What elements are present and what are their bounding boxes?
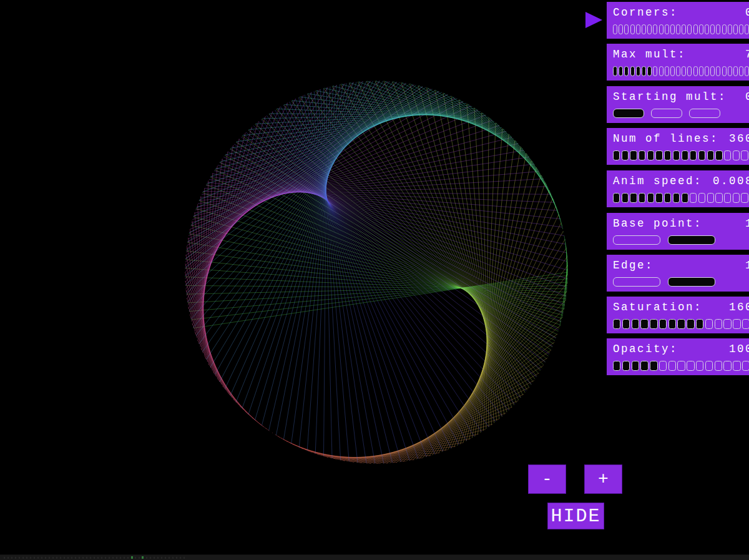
saturation-cell-4[interactable] <box>650 319 657 329</box>
anim-speed-cell-8[interactable] <box>682 193 688 203</box>
anim-speed-cell-1[interactable] <box>622 193 629 203</box>
saturation-cell-2[interactable] <box>632 319 639 329</box>
saturation-cell-11[interactable] <box>715 319 722 329</box>
saturation-cell-14[interactable] <box>742 319 749 329</box>
max-mult-cell-4[interactable] <box>636 66 640 76</box>
max-mult-cell-20[interactable] <box>728 66 732 76</box>
saturation-cell-6[interactable] <box>668 319 676 329</box>
max-mult-cell-18[interactable] <box>716 66 720 76</box>
opacity-cell-1[interactable] <box>622 361 630 371</box>
num-lines-cell-9[interactable] <box>690 150 697 160</box>
max-mult-cell-17[interactable] <box>710 66 715 76</box>
hide-button[interactable]: HIDE <box>547 503 604 529</box>
num-lines-cell-2[interactable] <box>630 150 637 160</box>
decrement-button[interactable]: - <box>528 464 566 494</box>
max-mult-cell-3[interactable] <box>630 66 635 76</box>
corners-cell-18[interactable] <box>716 24 720 34</box>
anim-speed-cell-4[interactable] <box>647 193 654 203</box>
num-lines-cell-6[interactable] <box>664 150 671 160</box>
corners-cell-16[interactable] <box>705 24 709 34</box>
max-mult-cell-9[interactable] <box>665 66 669 76</box>
corners-cell-8[interactable] <box>659 24 663 34</box>
corners-cell-21[interactable] <box>733 24 738 34</box>
num-lines-cell-11[interactable] <box>707 150 714 160</box>
corners-cell-13[interactable] <box>687 24 692 34</box>
max-mult-cell-13[interactable] <box>687 66 692 76</box>
corners-cell-6[interactable] <box>647 24 652 34</box>
max-mult-cell-10[interactable] <box>670 66 675 76</box>
anim-speed-cell-7[interactable] <box>673 193 680 203</box>
anim-speed-cell-3[interactable] <box>639 193 645 203</box>
max-mult-cell-19[interactable] <box>722 66 727 76</box>
anim-speed-cell-0[interactable] <box>613 193 620 203</box>
saturation-cell-1[interactable] <box>622 319 630 329</box>
corners-cell-9[interactable] <box>665 24 669 34</box>
base-point-cell-0[interactable] <box>613 235 660 245</box>
anim-speed-cell-15[interactable] <box>741 193 748 203</box>
num-lines-cell-10[interactable] <box>698 150 705 160</box>
edge-cell-1[interactable] <box>668 277 715 287</box>
opacity-cell-10[interactable] <box>705 361 713 371</box>
opacity-cell-5[interactable] <box>659 361 667 371</box>
opacity-cell-12[interactable] <box>723 361 731 371</box>
saturation-cell-10[interactable] <box>705 319 713 329</box>
max-mult-cell-0[interactable] <box>613 66 617 76</box>
corners-cell-23[interactable] <box>745 24 749 34</box>
opacity-cell-7[interactable] <box>677 361 685 371</box>
num-lines-cell-7[interactable] <box>673 150 680 160</box>
base-point-cell-1[interactable] <box>668 235 715 245</box>
starting-mult-cell-2[interactable] <box>689 109 720 118</box>
anim-speed-cell-6[interactable] <box>664 193 671 203</box>
opacity-cell-4[interactable] <box>650 361 657 371</box>
max-mult-cell-1[interactable] <box>619 66 623 76</box>
corners-cell-20[interactable] <box>728 24 732 34</box>
max-mult-cell-21[interactable] <box>733 66 738 76</box>
edge-cell-0[interactable] <box>613 277 660 287</box>
max-mult-cell-14[interactable] <box>693 66 698 76</box>
saturation-cell-8[interactable] <box>687 319 694 329</box>
play-triangle-icon[interactable] <box>585 12 602 28</box>
num-lines-cell-3[interactable] <box>639 150 645 160</box>
corners-cell-19[interactable] <box>722 24 727 34</box>
opacity-cell-14[interactable] <box>742 361 749 371</box>
corners-cell-0[interactable] <box>613 24 617 34</box>
corners-cell-2[interactable] <box>624 24 629 34</box>
opacity-cell-6[interactable] <box>668 361 676 371</box>
max-mult-cell-7[interactable] <box>653 66 657 76</box>
saturation-cell-13[interactable] <box>733 319 740 329</box>
max-mult-cell-8[interactable] <box>659 66 663 76</box>
starting-mult-cell-1[interactable] <box>651 109 682 118</box>
opacity-cell-11[interactable] <box>715 361 722 371</box>
num-lines-cell-15[interactable] <box>741 150 748 160</box>
num-lines-cell-8[interactable] <box>682 150 688 160</box>
num-lines-cell-12[interactable] <box>715 150 722 160</box>
corners-cell-4[interactable] <box>636 24 640 34</box>
max-mult-cell-5[interactable] <box>642 66 646 76</box>
opacity-cell-8[interactable] <box>687 361 694 371</box>
starting-mult-cell-0[interactable] <box>613 109 644 118</box>
increment-button[interactable]: + <box>584 464 622 494</box>
num-lines-cell-5[interactable] <box>655 150 662 160</box>
corners-cell-14[interactable] <box>693 24 698 34</box>
corners-cell-12[interactable] <box>682 24 686 34</box>
opacity-cell-13[interactable] <box>733 361 740 371</box>
corners-cell-5[interactable] <box>642 24 646 34</box>
max-mult-cell-12[interactable] <box>682 66 686 76</box>
max-mult-cell-16[interactable] <box>705 66 709 76</box>
opacity-cell-0[interactable] <box>613 361 620 371</box>
corners-cell-15[interactable] <box>699 24 703 34</box>
corners-cell-11[interactable] <box>676 24 680 34</box>
saturation-cell-12[interactable] <box>723 319 731 329</box>
max-mult-cell-15[interactable] <box>699 66 703 76</box>
corners-cell-10[interactable] <box>670 24 675 34</box>
anim-speed-cell-2[interactable] <box>630 193 637 203</box>
anim-speed-cell-11[interactable] <box>707 193 714 203</box>
saturation-cell-0[interactable] <box>613 319 620 329</box>
corners-cell-7[interactable] <box>653 24 657 34</box>
corners-cell-1[interactable] <box>619 24 623 34</box>
corners-cell-22[interactable] <box>739 24 743 34</box>
max-mult-cell-2[interactable] <box>624 66 629 76</box>
max-mult-cell-23[interactable] <box>745 66 749 76</box>
opacity-cell-3[interactable] <box>640 361 648 371</box>
saturation-cell-5[interactable] <box>659 319 667 329</box>
